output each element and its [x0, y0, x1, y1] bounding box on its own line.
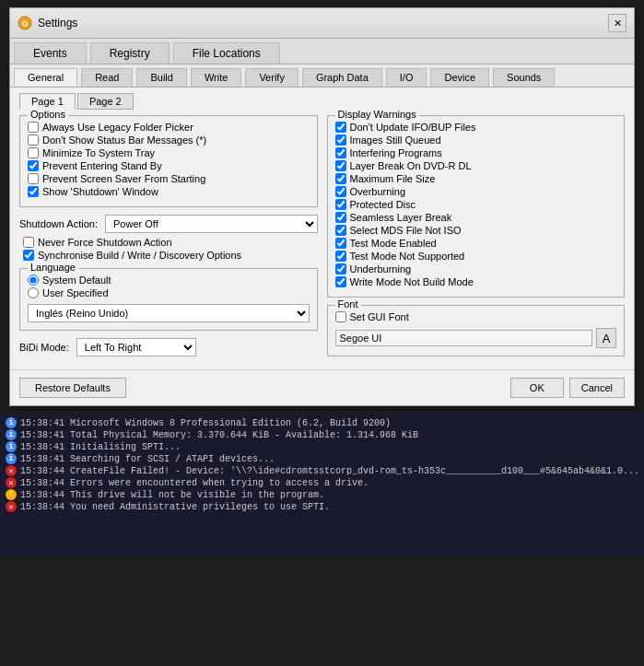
dw-select-mds-input[interactable] [335, 225, 346, 236]
dw-test-mode-not-supported: Test Mode Not Supported [335, 251, 617, 262]
dw-test-mode-not-supported-label: Test Mode Not Supported [350, 251, 465, 262]
shutdown-action-select[interactable]: Power Off [105, 215, 317, 233]
checkbox-show-shutdown-label: Show 'Shutdown' Window [42, 186, 158, 197]
tab-graph-data[interactable]: Graph Data [302, 68, 382, 87]
tab-events[interactable]: Events [14, 42, 87, 64]
page-tab-1[interactable]: Page 1 [19, 93, 76, 110]
dw-seamless-layer-label: Seamless Layer Break [350, 212, 452, 223]
checkbox-show-shutdown-input[interactable] [28, 186, 39, 197]
dw-test-mode-enabled-input[interactable] [335, 238, 346, 249]
tab-write[interactable]: Write [191, 68, 241, 87]
dw-images-queued-label: Images Still Queued [350, 134, 441, 146]
log-icon-error: ✕ [6, 465, 17, 476]
checkbox-prevent-screensaver-input[interactable] [28, 173, 39, 184]
checkbox-legacy-folder-input[interactable] [28, 122, 39, 133]
options-group: Options Always Use Legacy Folder Picker … [19, 115, 318, 207]
bottom-bar: Restore Defaults OK Cancel [10, 369, 634, 405]
set-gui-font-label: Set GUI Font [350, 311, 409, 322]
display-warnings-group: Display Warnings Don't Update IFO/BUP Fi… [327, 115, 626, 298]
ok-button[interactable]: OK [510, 378, 564, 398]
dw-seamless-layer: Seamless Layer Break [335, 212, 617, 223]
tab-registry[interactable]: Registry [90, 42, 170, 64]
checkbox-status-bar-input[interactable] [28, 134, 39, 146]
radio-user-specified-input[interactable] [28, 287, 39, 298]
page-tabs: Page 1 Page 2 [10, 88, 634, 110]
tab-device[interactable]: Device [430, 68, 489, 87]
page-tab-2[interactable]: Page 2 [77, 93, 134, 110]
radio-system-default-input[interactable] [28, 275, 39, 286]
tab-verify[interactable]: Verify [245, 68, 299, 87]
restore-defaults-button[interactable]: Restore Defaults [19, 378, 126, 398]
dw-ifo-bup-input[interactable] [335, 122, 346, 133]
dw-write-mode-label: Write Mode Not Build Mode [350, 276, 474, 287]
checkbox-never-force-input[interactable] [23, 237, 34, 248]
dw-max-file-size-label: Maximum File Size [350, 173, 436, 184]
shutdown-action-row: Shutdown Action: Power Off [19, 215, 318, 233]
checkbox-minimize-tray: Minimize To System Tray [28, 147, 310, 158]
log-icon-info: i [6, 441, 17, 452]
dw-underburning: Underburning [335, 263, 617, 275]
log-icon-error: ✕ [6, 477, 17, 488]
dw-images-queued: Images Still Queued [335, 134, 617, 146]
dw-write-mode-input[interactable] [335, 276, 346, 287]
checkbox-minimize-tray-input[interactable] [28, 147, 39, 158]
checkbox-synchronise-input[interactable] [23, 250, 34, 261]
set-gui-font-input[interactable] [335, 311, 346, 322]
dw-layer-break: Layer Break On DVD-R DL [335, 160, 617, 171]
log-text: 15:38:41 Searching for SCSI / ATAPI devi… [20, 454, 275, 464]
dw-underburning-label: Underburning [350, 263, 412, 275]
cancel-button[interactable]: Cancel [569, 378, 625, 398]
font-picker-button[interactable]: A [596, 328, 616, 348]
window-title: Settings [38, 17, 77, 29]
dw-test-mode-enabled-label: Test Mode Enabled [350, 238, 437, 249]
close-button[interactable]: ✕ [608, 14, 626, 32]
log-icon-info: i [6, 453, 17, 464]
log-line: !15:38:44 This drive will not be visible… [6, 489, 638, 500]
log-line: i15:38:41 Total Physical Memory: 3.370.6… [6, 429, 638, 440]
dw-write-mode: Write Mode Not Build Mode [335, 276, 617, 287]
log-text: 15:38:41 Total Physical Memory: 3.370.64… [20, 430, 418, 440]
log-line: i15:38:41 Microsoft Windows 8 Profession… [6, 417, 638, 428]
shutdown-action-label: Shutdown Action: [19, 218, 98, 229]
display-warnings-label: Display Warnings [335, 109, 419, 120]
checkbox-prevent-screensaver-label: Prevent Screen Saver From Starting [42, 173, 205, 184]
log-text: 15:38:41 Microsoft Windows 8 Professiona… [20, 418, 391, 428]
settings-window: ⚙ Settings ✕ Events Registry File Locati… [9, 7, 635, 406]
dw-overburning-input[interactable] [335, 186, 346, 197]
dw-interfering: Interfering Programs [335, 147, 617, 158]
log-text: 15:38:44 Errors were encountered when tr… [20, 478, 369, 488]
font-name-input[interactable] [335, 330, 593, 346]
dw-seamless-layer-input[interactable] [335, 212, 346, 223]
tab-file-locations[interactable]: File Locations [173, 42, 280, 64]
dw-protected-disc: Protected Disc [335, 199, 617, 210]
checkbox-legacy-folder-label: Always Use Legacy Folder Picker [42, 122, 193, 133]
second-tab-bar: General Read Build Write Verify Graph Da… [10, 64, 634, 88]
radio-user-specified-label: User Specified [42, 287, 109, 298]
dw-interfering-input[interactable] [335, 147, 346, 158]
dw-ifo-bup-label: Don't Update IFO/BUP Files [350, 122, 476, 133]
dw-layer-break-input[interactable] [335, 160, 346, 171]
dw-max-file-size-input[interactable] [335, 173, 346, 184]
checkbox-show-shutdown: Show 'Shutdown' Window [28, 186, 310, 197]
tab-build[interactable]: Build [136, 68, 186, 87]
main-content: Options Always Use Legacy Folder Picker … [10, 110, 634, 369]
log-icon-info: i [6, 417, 17, 428]
tab-sounds[interactable]: Sounds [493, 68, 555, 87]
log-text: 15:38:44 You need Administrative privile… [20, 502, 330, 512]
log-line: i15:38:41 Initialising SPTI... [6, 441, 638, 452]
bidi-mode-select[interactable]: Left To Right [76, 338, 196, 356]
font-group-label: Font [335, 298, 361, 310]
dw-interfering-label: Interfering Programs [350, 147, 442, 158]
dw-underburning-input[interactable] [335, 263, 346, 275]
tab-read[interactable]: Read [81, 68, 133, 87]
checkbox-prevent-standby-input[interactable] [28, 160, 39, 171]
tab-io[interactable]: I/O [386, 68, 427, 87]
language-select[interactable]: Inglés (Reino Unido) [28, 304, 310, 322]
dw-images-queued-input[interactable] [335, 134, 346, 146]
dw-protected-disc-input[interactable] [335, 199, 346, 210]
log-text: 15:38:41 Initialising SPTI... [20, 442, 181, 452]
dw-test-mode-not-supported-input[interactable] [335, 251, 346, 262]
tab-general[interactable]: General [14, 68, 77, 87]
app-icon: ⚙ [18, 16, 32, 30]
language-group: Language System Default User Specified I… [19, 268, 318, 331]
